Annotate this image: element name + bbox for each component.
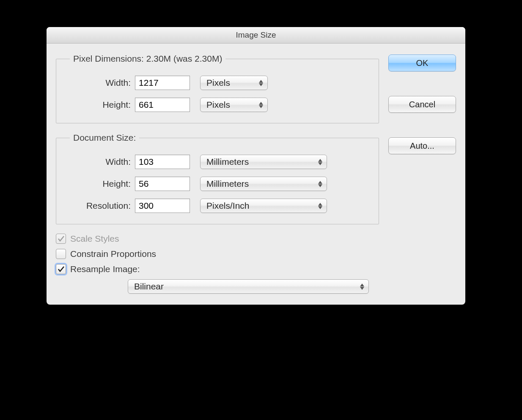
constrain-label: Constrain Proportions [70, 249, 156, 259]
constrain-checkbox[interactable] [56, 249, 66, 259]
svg-marker-8 [318, 203, 322, 206]
updown-icon [318, 203, 322, 209]
pixel-width-row: Width: Pixels [67, 76, 368, 90]
updown-icon [318, 159, 322, 165]
doc-width-input[interactable] [135, 155, 190, 169]
svg-marker-2 [259, 102, 263, 105]
pixel-height-label: Height: [67, 100, 135, 110]
svg-marker-10 [360, 284, 364, 286]
resample-row[interactable]: Resample Image: [56, 264, 379, 274]
constrain-row[interactable]: Constrain Proportions [56, 249, 379, 259]
doc-width-unit-select[interactable]: Millimeters [200, 155, 327, 169]
updown-icon [259, 102, 263, 108]
svg-marker-5 [318, 162, 322, 165]
doc-height-row: Height: Millimeters [67, 177, 368, 191]
left-column: Pixel Dimensions: 2.30M (was 2.30M) Widt… [56, 54, 379, 294]
svg-marker-0 [259, 80, 263, 83]
resample-checkbox[interactable] [56, 264, 66, 274]
check-icon [58, 235, 64, 242]
doc-height-unit-value: Millimeters [206, 179, 249, 189]
pixel-height-input[interactable] [135, 98, 190, 112]
document-size-legend: Document Size: [70, 133, 139, 143]
pixel-dimensions-legend: Pixel Dimensions: 2.30M (was 2.30M) [70, 54, 225, 64]
ok-button[interactable]: OK [388, 55, 456, 71]
scale-styles-label: Scale Styles [70, 234, 119, 244]
svg-marker-4 [318, 159, 322, 162]
svg-marker-3 [259, 105, 263, 108]
doc-height-input[interactable] [135, 177, 190, 191]
cancel-button[interactable]: Cancel [388, 96, 456, 113]
right-column: OK Cancel Auto... [388, 54, 456, 294]
scale-styles-checkbox [56, 234, 66, 244]
resample-method-value: Bilinear [134, 281, 164, 292]
resample-label: Resample Image: [70, 264, 140, 274]
svg-marker-11 [360, 287, 364, 290]
doc-height-unit-select[interactable]: Millimeters [200, 177, 327, 191]
svg-marker-7 [318, 184, 322, 187]
updown-icon [360, 284, 364, 290]
resolution-label: Resolution: [67, 201, 135, 211]
svg-marker-6 [318, 181, 322, 184]
doc-width-unit-value: Millimeters [206, 157, 249, 167]
pixel-width-input[interactable] [135, 76, 190, 90]
doc-width-label: Width: [67, 157, 135, 167]
resolution-unit-value: Pixels/Inch [206, 201, 250, 211]
updown-icon [259, 80, 263, 86]
pixel-width-label: Width: [67, 78, 135, 88]
doc-height-label: Height: [67, 179, 135, 189]
image-size-dialog: Image Size Pixel Dimensions: 2.30M (was … [47, 27, 465, 305]
doc-width-row: Width: Millimeters [67, 155, 368, 169]
resample-method-row: Bilinear [128, 279, 379, 294]
resample-method-select[interactable]: Bilinear [128, 279, 369, 294]
pixel-dimensions-group: Pixel Dimensions: 2.30M (was 2.30M) Widt… [56, 54, 379, 123]
scale-styles-row: Scale Styles [56, 234, 379, 244]
pixel-height-unit-select[interactable]: Pixels [200, 98, 268, 112]
check-icon [58, 266, 64, 273]
dialog-title: Image Size [47, 27, 465, 44]
updown-icon [318, 181, 322, 187]
pixel-width-unit-value: Pixels [206, 78, 230, 88]
svg-marker-9 [318, 206, 322, 209]
document-size-group: Document Size: Width: Millimeters Height… [56, 133, 379, 224]
pixel-width-unit-select[interactable]: Pixels [200, 76, 268, 90]
resolution-input[interactable] [135, 199, 190, 213]
resolution-unit-select[interactable]: Pixels/Inch [200, 199, 327, 213]
auto-button[interactable]: Auto... [388, 137, 456, 154]
resolution-row: Resolution: Pixels/Inch [67, 199, 368, 213]
svg-marker-1 [259, 83, 263, 86]
dialog-content: Pixel Dimensions: 2.30M (was 2.30M) Widt… [47, 44, 465, 305]
pixel-height-row: Height: Pixels [67, 98, 368, 112]
pixel-height-unit-value: Pixels [206, 100, 230, 110]
